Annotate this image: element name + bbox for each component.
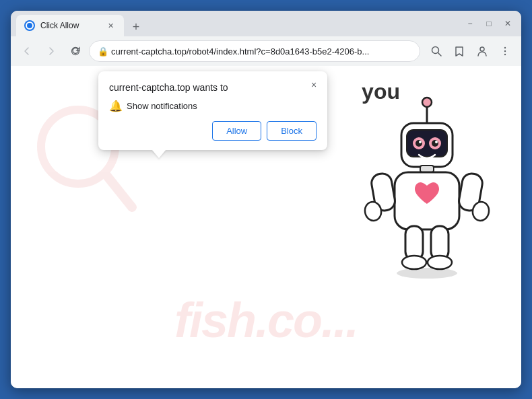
back-button[interactable] xyxy=(16,40,38,62)
title-bar: Click Allow ✕ + − □ ✕ xyxy=(11,11,521,36)
svg-line-1 xyxy=(438,53,442,57)
svg-point-27 xyxy=(428,256,452,269)
popup-close-button[interactable]: × xyxy=(306,77,322,93)
nav-bar: 🔒 current-captcha.top/robot4/index.html?… xyxy=(11,36,521,66)
bookmark-icon-button[interactable] xyxy=(448,40,470,62)
robot-illustration xyxy=(360,86,494,301)
tab-favicon xyxy=(24,20,35,31)
tab-title: Click Allow xyxy=(40,21,100,30)
svg-rect-24 xyxy=(405,226,423,260)
url-text: current-captcha.top/robot4/index.html?c=… xyxy=(111,46,411,57)
window-controls: − □ ✕ xyxy=(462,15,516,32)
svg-line-7 xyxy=(105,174,132,207)
forward-button[interactable] xyxy=(40,40,62,62)
popup-title: current-captcha.top wants to xyxy=(109,82,317,93)
permission-text: Show notifications xyxy=(127,101,197,111)
maximize-button[interactable]: □ xyxy=(481,15,497,32)
refresh-button[interactable] xyxy=(65,40,86,62)
svg-point-5 xyxy=(504,54,506,55)
svg-point-16 xyxy=(419,141,422,143)
menu-icon-button[interactable] xyxy=(494,40,516,62)
profile-icon-button[interactable] xyxy=(471,40,493,62)
watermark-text: fish.co... xyxy=(11,293,521,348)
svg-point-14 xyxy=(415,140,422,147)
popup-buttons: Allow Block xyxy=(109,121,317,141)
search-icon-button[interactable] xyxy=(426,40,447,62)
svg-point-15 xyxy=(432,140,438,147)
svg-point-4 xyxy=(504,50,506,52)
lock-icon: 🔒 xyxy=(98,46,107,56)
svg-point-28 xyxy=(397,268,457,279)
page-content: you xyxy=(11,66,521,388)
svg-point-25 xyxy=(402,256,426,269)
address-bar[interactable]: 🔒 current-captcha.top/robot4/index.html?… xyxy=(89,40,420,62)
browser-tab[interactable]: Click Allow ✕ xyxy=(16,15,124,36)
svg-rect-26 xyxy=(431,226,448,260)
nav-icons xyxy=(426,40,516,62)
svg-point-9 xyxy=(422,98,432,107)
popup-permission-row: 🔔 Show notifications xyxy=(109,100,317,112)
svg-point-2 xyxy=(480,47,484,51)
tab-area: Click Allow ✕ + xyxy=(16,11,459,36)
new-tab-button[interactable]: + xyxy=(127,17,145,36)
close-button[interactable]: ✕ xyxy=(500,15,516,32)
popup-tail xyxy=(152,150,166,158)
block-button[interactable]: Block xyxy=(267,121,317,141)
notification-popup: × current-captcha.top wants to 🔔 Show no… xyxy=(98,71,327,150)
tab-close-button[interactable]: ✕ xyxy=(105,20,116,31)
allow-button[interactable]: Allow xyxy=(212,121,261,141)
minimize-button[interactable]: − xyxy=(462,15,478,32)
bell-icon: 🔔 xyxy=(109,100,121,112)
svg-point-3 xyxy=(504,47,506,48)
browser-window: Click Allow ✕ + − □ ✕ 🔒 current-captcha.… xyxy=(11,11,521,388)
svg-point-17 xyxy=(435,141,438,143)
